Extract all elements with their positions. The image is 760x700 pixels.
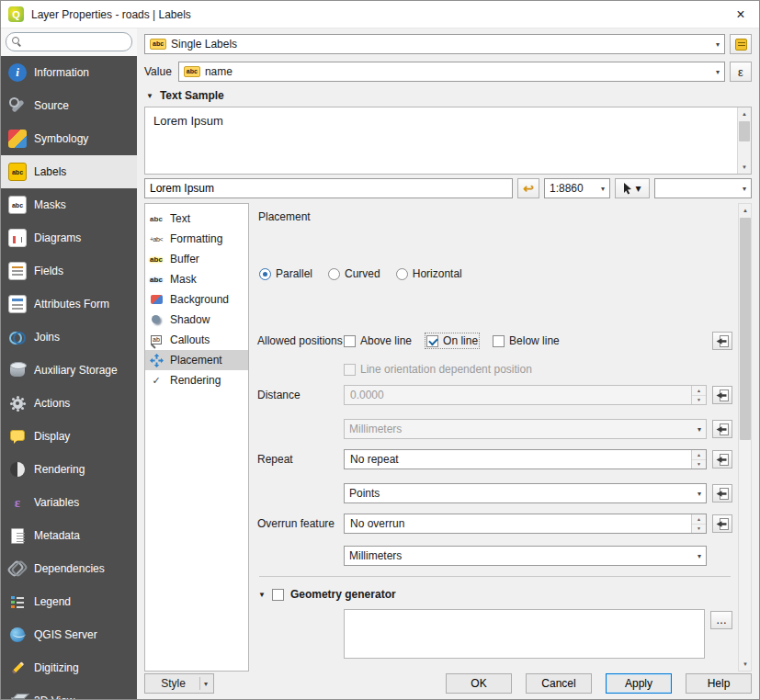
text-sample-section-header[interactable]: ▼ Text Sample [146, 88, 752, 103]
chevron-down-icon: ▾ [698, 552, 701, 560]
automated-placement-button[interactable] [730, 34, 752, 54]
repeat-override-button[interactable] [712, 450, 732, 469]
tab-text[interactable]: Text [145, 209, 248, 229]
sidebar-item-diagrams[interactable]: Diagrams [1, 221, 137, 254]
sidebar-item-source[interactable]: Source [1, 89, 137, 122]
tab-background[interactable]: Background [145, 289, 248, 310]
sidebar-item-3d-view[interactable]: 3D View [1, 684, 137, 699]
sample-text-input[interactable] [144, 178, 513, 198]
sidebar-item-digitizing[interactable]: Digitizing [1, 651, 137, 684]
tab-mask[interactable]: Mask [145, 269, 248, 289]
preview-scale-combo[interactable]: 1:8860 ▾ [544, 178, 610, 198]
sidebar-item-auxiliary-storage[interactable]: Auxiliary Storage [1, 354, 137, 387]
tab-callouts[interactable]: Callouts [145, 330, 248, 350]
sample-preview-text: Lorem Ipsum [153, 114, 223, 128]
search-icon [12, 37, 22, 47]
qgis-logo-icon: Q [8, 6, 24, 22]
information-icon [8, 63, 27, 82]
masks-icon [8, 196, 27, 214]
radio-curved[interactable]: Curved [328, 267, 380, 280]
repeat-unit-combo[interactable]: Points ▾ [344, 483, 707, 503]
placement-scrollbar[interactable]: ▲ ▼ [738, 203, 752, 672]
overrun-unit-combo[interactable]: Millimeters ▾ [344, 546, 707, 566]
distance-override-button[interactable] [712, 386, 732, 404]
scroll-down-icon[interactable]: ▼ [738, 161, 751, 174]
label-mode-value: Single Labels [171, 38, 237, 51]
sidebar-item-actions[interactable]: Actions [1, 387, 137, 420]
help-button[interactable]: Help [686, 673, 752, 694]
sidebar-item-rendering[interactable]: Rendering [1, 453, 137, 486]
checkbox-above-line[interactable]: Above line [344, 334, 412, 347]
close-button[interactable]: × [726, 2, 755, 28]
labels-icon [8, 163, 27, 181]
scroll-up-icon[interactable]: ▲ [739, 204, 752, 217]
scrollbar-thumb[interactable] [739, 121, 750, 141]
sidebar-item-attributes-form[interactable]: Attributes Form [1, 288, 137, 321]
repeat-unit-override-button[interactable] [712, 484, 732, 502]
checkbox-on-line[interactable]: On line [426, 334, 478, 347]
sidebar-item-qgis-server[interactable]: QGIS Server [1, 618, 137, 651]
distance-unit-combo[interactable]: Millimeters ▾ [344, 419, 707, 439]
search-input[interactable] [27, 37, 126, 48]
dialog-body: Information Source Symbology Labels Mask… [1, 28, 759, 699]
spinner-arrows[interactable]: ▲▼ [691, 386, 706, 404]
tab-shadow[interactable]: Shadow [145, 310, 248, 330]
allowed-positions-override-button[interactable] [712, 332, 732, 350]
sample-scrollbar[interactable]: ▲ ▼ [737, 107, 751, 174]
repeat-spinbox[interactable]: No repeat ▲▼ [344, 449, 707, 469]
value-label: Value [144, 65, 174, 78]
preview-scale-value: 1:8860 [550, 182, 584, 195]
style-menu-button[interactable]: Style ▾ [144, 673, 214, 694]
value-field-combo[interactable]: abc name ▾ [178, 62, 725, 82]
text-sample-title: Text Sample [160, 89, 224, 102]
tab-formatting[interactable]: Formatting [145, 229, 248, 249]
auxiliary-storage-icon [8, 361, 27, 379]
cancel-button[interactable]: Cancel [526, 673, 592, 694]
sidebar-item-masks[interactable]: Masks [1, 188, 137, 221]
checkbox-geometry-generator[interactable] [272, 589, 284, 601]
sidebar-item-variables[interactable]: Variables [1, 486, 137, 519]
reset-sample-button[interactable]: ↩ [517, 178, 539, 198]
spinner-arrows[interactable]: ▲▼ [691, 450, 706, 469]
tab-placement[interactable]: Placement [145, 350, 248, 370]
search-box[interactable] [6, 32, 132, 51]
expression-dialog-button[interactable]: … [710, 611, 732, 629]
sidebar-item-fields[interactable]: Fields [1, 254, 137, 288]
settings-tab-list: Text Formatting Buffer Mask Background S… [144, 203, 249, 672]
tab-rendering[interactable]: Rendering [145, 370, 248, 390]
overrun-override-button[interactable] [712, 514, 732, 533]
sidebar-item-legend[interactable]: Legend [1, 585, 137, 618]
sidebar-item-joins[interactable]: Joins [1, 321, 137, 354]
scroll-up-icon[interactable]: ▲ [738, 107, 751, 120]
joins-icon [8, 328, 27, 346]
radio-horizontal[interactable]: Horizontal [396, 267, 462, 280]
radio-parallel[interactable]: Parallel [259, 267, 312, 280]
scrollbar-thumb[interactable] [740, 218, 751, 440]
expression-builder-button[interactable]: ε [730, 62, 752, 82]
checkbox [344, 364, 356, 376]
distance-unit-override-button[interactable] [712, 420, 732, 438]
set-scale-from-canvas-button[interactable]: ▾ [615, 178, 650, 198]
sidebar-item-labels[interactable]: Labels [1, 155, 137, 188]
tab-buffer[interactable]: Buffer [145, 249, 248, 269]
geometry-generator-expression-box[interactable] [344, 609, 705, 659]
sidebar-item-symbology[interactable]: Symbology [1, 122, 137, 155]
sidebar-item-metadata[interactable]: Metadata [1, 519, 137, 552]
scroll-down-icon[interactable]: ▼ [739, 658, 752, 671]
checkbox-line-orientation[interactable]: Line orientation dependent position [344, 363, 532, 376]
sidebar-item-dependencies[interactable]: Dependencies [1, 552, 137, 585]
sidebar-item-information[interactable]: Information [1, 56, 137, 89]
preview-background-combo[interactable]: ▾ [654, 178, 752, 198]
source-icon [8, 96, 27, 115]
3d-view-icon [8, 692, 27, 699]
buffer-tab-icon [148, 252, 164, 266]
overrun-spinbox[interactable]: No overrun ▲▼ [344, 514, 707, 534]
collapse-triangle-icon[interactable]: ▼ [258, 591, 266, 599]
checkbox-below-line[interactable]: Below line [493, 334, 560, 347]
ok-button[interactable]: OK [446, 673, 512, 694]
distance-spinbox[interactable]: 0.0000 ▲▼ [344, 385, 707, 405]
sidebar-item-display[interactable]: Display [1, 420, 137, 453]
label-mode-combo[interactable]: abc Single Labels ▾ [144, 34, 725, 54]
spinner-arrows[interactable]: ▲▼ [691, 514, 706, 533]
apply-button[interactable]: Apply [606, 673, 672, 694]
